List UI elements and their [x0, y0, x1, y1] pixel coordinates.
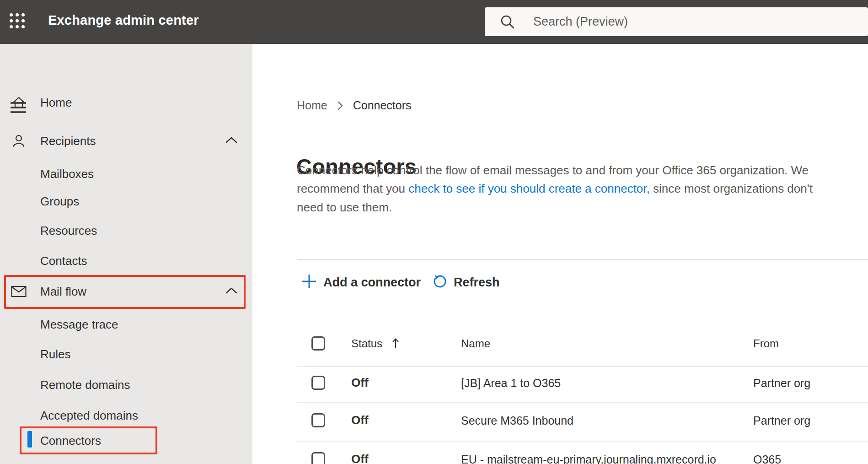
- toolbar-top-divider: [297, 259, 868, 260]
- sidebar-item-remote-domains[interactable]: Remote domains: [0, 372, 252, 398]
- row-name[interactable]: [JB] Area 1 to O365: [461, 377, 561, 390]
- sidebar-item-label: Home: [40, 96, 72, 110]
- sidebar: Home Recipients Mailboxes Groups Resourc…: [0, 44, 252, 464]
- row-status: Off: [351, 452, 369, 464]
- sidebar-item-message-trace[interactable]: Message trace: [0, 312, 252, 337]
- row-from: Partner org: [753, 414, 810, 427]
- refresh-icon: [433, 274, 447, 291]
- row-checkbox[interactable]: [311, 452, 325, 464]
- sidebar-item-label: Accepted domains: [40, 409, 138, 423]
- sort-ascending-icon: [392, 337, 399, 350]
- home-icon: [11, 95, 27, 110]
- plus-icon: [301, 274, 317, 291]
- sidebar-item-resources[interactable]: Resources: [0, 218, 252, 243]
- sidebar-item-label: Resources: [40, 224, 97, 238]
- sidebar-item-label: Contacts: [40, 254, 87, 268]
- add-connector-label: Add a connector: [323, 275, 421, 290]
- search-icon: [499, 14, 516, 32]
- sidebar-item-label: Rules: [40, 347, 70, 361]
- description-line1: Connectors help control the flow of emai…: [297, 161, 809, 179]
- refresh-button[interactable]: Refresh: [433, 274, 500, 291]
- description-line2: recommend that you check to see if you s…: [297, 179, 813, 198]
- row-from: Partner org: [753, 377, 810, 390]
- row-from: O365: [753, 453, 781, 464]
- row-name[interactable]: EU - mailstream-eu-primary.journaling.mx…: [461, 453, 716, 464]
- table-divider: [297, 441, 868, 442]
- topbar: Exchange admin center: [0, 0, 868, 44]
- breadcrumb: Home Connectors: [297, 98, 412, 113]
- sidebar-item-label: Recipients: [40, 134, 96, 148]
- app-title: Exchange admin center: [48, 13, 199, 28]
- breadcrumb-home-link[interactable]: Home: [297, 99, 327, 112]
- table-divider: [297, 366, 868, 367]
- sidebar-item-accepted-domains[interactable]: Accepted domains: [0, 403, 252, 428]
- app-launcher-waffle-icon[interactable]: [10, 13, 26, 29]
- row-name[interactable]: Secure M365 Inbound: [461, 414, 573, 427]
- sidebar-item-recipients[interactable]: Recipients: [0, 128, 252, 154]
- row-checkbox[interactable]: [311, 376, 325, 390]
- row-status: Off: [351, 376, 369, 390]
- row-status: Off: [351, 413, 369, 427]
- sidebar-item-label: Groups: [40, 194, 79, 209]
- sidebar-item-mailboxes[interactable]: Mailboxes: [0, 161, 252, 187]
- annotation-rect-connectors: [20, 426, 157, 454]
- column-header-name[interactable]: Name: [461, 337, 490, 350]
- description-line2-post: since most organizations don't: [650, 182, 813, 195]
- select-all-checkbox[interactable]: [311, 336, 325, 351]
- sidebar-item-groups[interactable]: Groups: [0, 189, 252, 214]
- main-content: Home Connectors Connectors Connectors he…: [252, 44, 868, 464]
- add-connector-button[interactable]: Add a connector: [301, 274, 421, 291]
- annotation-rect-mail-flow: [4, 275, 246, 309]
- refresh-label: Refresh: [454, 275, 500, 290]
- column-header-status[interactable]: Status: [351, 337, 399, 350]
- column-header-from[interactable]: From: [753, 337, 779, 350]
- chevron-up-icon: [225, 136, 238, 146]
- sidebar-item-label: Message trace: [40, 318, 118, 332]
- sidebar-item-rules[interactable]: Rules: [0, 341, 252, 367]
- breadcrumb-current: Connectors: [353, 99, 412, 112]
- breadcrumb-chevron-icon: [338, 101, 343, 110]
- create-connector-check-link[interactable]: check to see if you should create a conn…: [408, 182, 650, 195]
- row-checkbox[interactable]: [311, 413, 325, 427]
- sidebar-item-contacts[interactable]: Contacts: [0, 248, 252, 274]
- description-line3: need to use them.: [297, 198, 392, 216]
- sidebar-item-home[interactable]: Home: [0, 90, 252, 115]
- sidebar-item-label: Mailboxes: [40, 167, 94, 181]
- table-divider: [297, 402, 868, 403]
- search-input[interactable]: [485, 7, 868, 36]
- person-icon: [11, 134, 27, 148]
- description-line2-pre: recommend that you: [297, 182, 408, 195]
- sidebar-item-label: Remote domains: [40, 378, 130, 392]
